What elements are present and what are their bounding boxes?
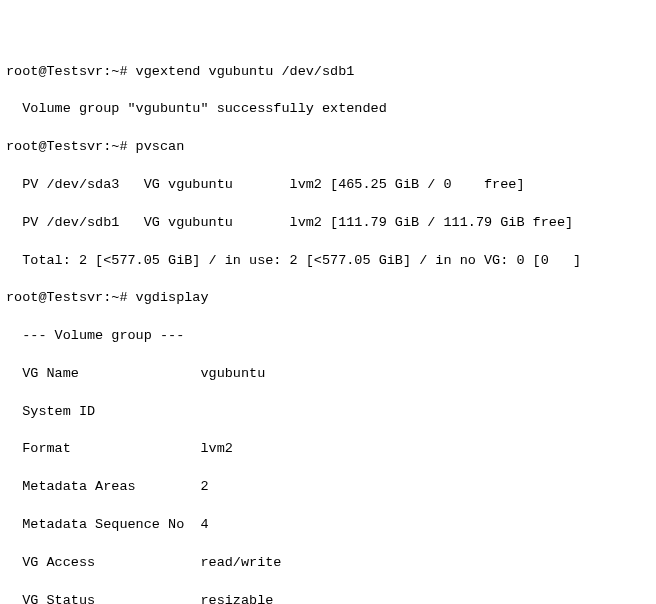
metadata-areas: Metadata Areas 2: [6, 478, 650, 497]
cmd-vgdisplay: root@Testsvr:~# vgdisplay: [6, 289, 650, 308]
vg-access: VG Access read/write: [6, 554, 650, 573]
pvscan-output-pv1: PV /dev/sda3 VG vgubuntu lvm2 [465.25 Gi…: [6, 176, 650, 195]
cmd-pvscan: root@Testsvr:~# pvscan: [6, 138, 650, 157]
metadata-seq: Metadata Sequence No 4: [6, 516, 650, 535]
vg-status: VG Status resizable: [6, 592, 650, 604]
cmd-vgextend: root@Testsvr:~# vgextend vgubuntu /dev/s…: [6, 63, 650, 82]
pvscan-output-pv2: PV /dev/sdb1 VG vgubuntu lvm2 [111.79 Gi…: [6, 214, 650, 233]
vgextend-output: Volume group "vgubuntu" successfully ext…: [6, 100, 650, 119]
vg-name: VG Name vgubuntu: [6, 365, 650, 384]
pvscan-output-total: Total: 2 [<577.05 GiB] / in use: 2 [<577…: [6, 252, 650, 271]
system-id: System ID: [6, 403, 650, 422]
format: Format lvm2: [6, 440, 650, 459]
vgdisplay-header: --- Volume group ---: [6, 327, 650, 346]
